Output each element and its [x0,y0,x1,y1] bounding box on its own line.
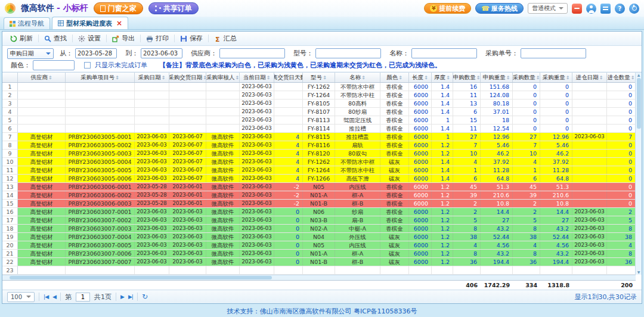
first-page-button[interactable]: |◀ [44,294,48,300]
close-tab-icon[interactable]: × [116,20,122,27]
to-date-input[interactable] [141,48,182,58]
column-header-req_wt[interactable]: 申购重量⇕ [481,73,513,82]
po-number-input[interactable] [521,48,586,58]
column-header-auditor[interactable]: 采购审核人⇕ [206,73,240,82]
table-row[interactable]: 22023-06-03FY-1264不带防水中柱香槟金60001.411124.… [2,91,636,100]
table-row[interactable]: 52023-06-03FY-8113驾固定压线香槟金600011518000 [2,116,636,125]
table-row[interactable]: 42023-06-03FY-810780纱扇香槟金60001.4637.0100… [2,108,636,116]
column-header-model[interactable]: 型号⇕ [303,73,335,82]
sort-icon[interactable]: ⇕ [235,75,239,80]
help-icon[interactable]: ? [615,4,625,14]
export-button[interactable]: 导出 [108,33,139,44]
table-row[interactable]: 13高登铝材PRBY230603006-00012023-05-282023-0… [2,183,636,191]
date-type-select[interactable]: 申购日期 [7,48,54,59]
sort-icon[interactable]: ⇕ [599,75,603,80]
table-row[interactable]: 23 [2,266,636,275]
sort-icon[interactable]: ⇕ [267,75,271,80]
column-header-cur_date[interactable]: 当前日期⇕ [240,73,274,82]
column-header-days[interactable]: 距离交货日天数⇕ [274,73,303,82]
horizontal-scrollbar-thumb[interactable] [10,276,272,279]
sort-icon[interactable]: ⇕ [115,75,119,80]
sort-icon[interactable]: ⇕ [476,75,481,80]
table-row[interactable]: 12023-06-03FY-1262不带防水中框香槟金60001.416151.… [2,83,636,91]
column-header-in_qty[interactable]: 进仓数量⇕ [607,73,636,82]
vertical-scrollbar-thumb[interactable] [637,78,641,129]
page-size-select[interactable]: 100 [7,292,35,302]
table-row[interactable]: 16高登铝材PRBY230603007-00012023-06-032023-0… [2,208,636,216]
sort-icon[interactable]: ⇕ [506,75,510,80]
column-header-thickness[interactable]: 厚度⇕ [432,73,453,82]
horizontal-scrollbar[interactable] [2,275,636,280]
tab-purchase-progress[interactable]: 型材采购进度表 × [52,17,128,29]
summary-button[interactable]: Σ汇总 [210,33,241,44]
table-row[interactable]: 11高登铝材PRBY230603005-00052023-06-032023-0… [2,166,636,175]
column-header-req_qty[interactable]: 申购数量⇕ [453,73,481,82]
prev-page-button[interactable]: ◀ [52,294,56,300]
door-home-button[interactable]: 门窗之家 [94,2,143,14]
table-row[interactable]: 22高登铝材PRBY230603007-00072023-06-032023-0… [2,258,636,266]
customer-service-icon[interactable] [572,4,582,14]
column-header-po_date[interactable]: 采购日期⇕ [135,73,169,82]
table-row[interactable]: 17高登铝材PRBY230603007-00022023-06-032023-0… [2,216,636,225]
cell-cur_date: 2023-06-03 [240,191,274,199]
scroll-up-icon[interactable]: ▲ [637,73,640,77]
sort-icon[interactable]: ⇕ [48,75,52,80]
table-row[interactable]: 21高登铝材PRBY230603007-00062023-06-032023-0… [2,250,636,258]
table-row[interactable]: 8高登铝材PRBY230603005-00022023-06-032023-06… [2,141,636,150]
renew-button[interactable]: ¥提前续费 [424,3,471,14]
table-row[interactable]: 62023-06-03FY-8114推拉槽香槟金60001.41112.5400… [2,125,636,133]
table-row[interactable]: 10高登铝材PRBY230603005-00042023-06-032023-0… [2,158,636,166]
column-header-supplier[interactable]: 供应商⇕ [18,73,66,82]
last-page-button[interactable]: ▶| [128,294,133,300]
column-header-in_date[interactable]: 进仓日期⇕ [572,73,607,82]
mode-select[interactable]: 普通模式 [528,3,568,14]
sort-icon[interactable]: ⇕ [162,75,166,80]
sort-icon[interactable]: ⇕ [631,75,635,80]
table-row[interactable]: 14高登铝材PRBY230603006-00022023-05-282023-0… [2,191,636,200]
refresh-button[interactable]: 刷新 [6,33,37,44]
color-input[interactable] [33,60,75,70]
column-header-pur_qty[interactable]: 采购数量⇕ [513,73,540,82]
hotline-button[interactable]: ☎服务热线 [475,3,524,14]
share-orders-button[interactable]: 共享订单 [148,2,199,14]
only-unfinished-checkbox[interactable] [84,62,91,69]
table-row[interactable]: 12高登铝材PRBY230603005-00062023-06-032023-0… [2,175,636,183]
find-button[interactable]: 查找 [40,33,71,44]
column-header-name[interactable]: 名称⇕ [335,73,380,82]
user-avatar-icon[interactable] [586,4,596,14]
model-input[interactable] [315,48,381,58]
column-header-dlv_date[interactable]: 采购交货日期⇕ [169,73,206,82]
table-row[interactable]: 15高登铝材PRBY230603006-00032023-05-282023-0… [2,200,636,208]
supplier-input[interactable] [219,48,285,58]
page-number-input[interactable] [76,293,90,302]
settings-button[interactable]: 设置 [74,33,105,44]
table-row[interactable]: 32023-06-03FY-810580高料香槟金60001.41380.180… [2,100,636,108]
sort-icon[interactable]: ⇕ [446,75,450,80]
reload-page-icon[interactable]: ↻ [142,293,148,300]
column-header-pur_wt[interactable]: 采购重量⇕ [540,73,572,82]
print-button[interactable]: 打印 [142,33,173,44]
sort-icon[interactable]: ⇕ [361,75,366,80]
vertical-scrollbar[interactable]: ▲ ▼ [635,73,642,275]
table-row[interactable]: 18高登铝材PRBY230603007-00032023-06-032023-0… [2,225,636,233]
sort-icon[interactable]: ⇕ [566,75,570,80]
table-row[interactable]: 20高登铝材PRBY230603007-00052023-06-032023-0… [2,241,636,250]
table-row[interactable]: 9高登铝材PRBY230603005-00032023-06-032023-06… [2,150,636,158]
tab-process-nav[interactable]: 流程导航 [4,17,50,29]
column-header-length[interactable]: 长度⇕ [409,73,432,82]
sort-icon[interactable]: ⇕ [398,75,402,80]
save-button[interactable]: 保存 [176,33,207,44]
sort-icon[interactable]: ⇕ [536,75,540,80]
manual-icon[interactable] [600,4,611,14]
next-page-button[interactable]: ▶ [120,294,124,300]
table-row[interactable]: 19高登铝材PRBY230603007-00042023-06-032023-0… [2,233,636,241]
logout-icon[interactable] [629,4,639,14]
scroll-down-icon[interactable]: ▼ [637,270,640,275]
from-date-input[interactable] [75,48,117,58]
sort-icon[interactable]: ⇕ [323,75,327,80]
name-input[interactable] [411,48,477,58]
column-header-color[interactable]: 颜色⇕ [380,73,409,82]
sort-icon[interactable]: ⇕ [424,75,428,80]
column-header-item_no[interactable]: 采购单项目号⇕ [66,73,135,82]
table-row[interactable]: 7高登铝材PRBY230603005-00012023-06-032023-06… [2,133,636,141]
